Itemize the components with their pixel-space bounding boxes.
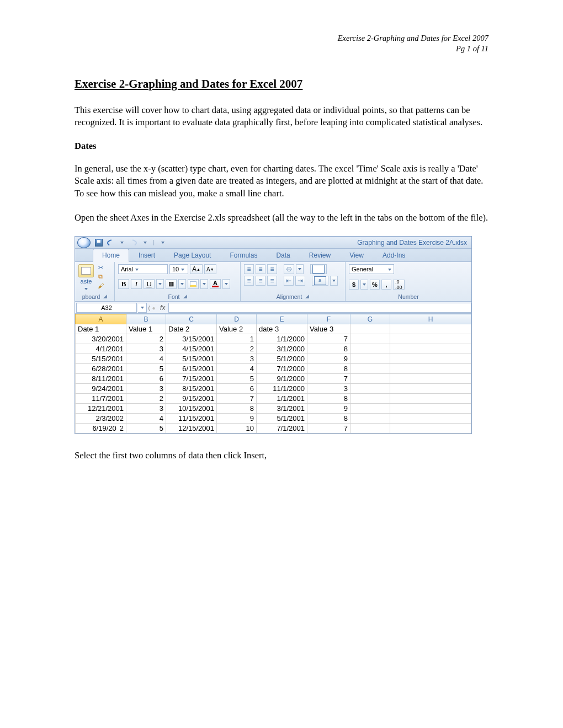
paste-icon[interactable] [78, 264, 94, 277]
tab-add-ins[interactable]: Add-Ins [373, 249, 415, 261]
alignment-dialog-launcher-icon[interactable]: ◢ [305, 293, 309, 300]
italic-button[interactable]: I [131, 279, 142, 289]
fx-label[interactable]: fx [157, 304, 168, 312]
cell[interactable]: 5 [126, 364, 166, 374]
align-left-button[interactable]: ≡ [244, 276, 254, 286]
cell[interactable]: 1/1/2001 [257, 394, 307, 404]
cell[interactable]: 9 [217, 414, 257, 424]
cell[interactable]: 2 [217, 344, 257, 354]
col-header-e[interactable]: E [257, 314, 307, 324]
format-painter-icon[interactable]: 🖌 [96, 282, 105, 289]
font-color-dropdown-icon[interactable] [222, 279, 230, 289]
font-color-button[interactable]: A [210, 279, 221, 289]
cell[interactable]: 12/15/2001 [166, 424, 217, 433]
cell[interactable] [350, 354, 390, 364]
cell[interactable]: 6 [217, 384, 257, 394]
cell[interactable] [390, 414, 471, 424]
align-right-button[interactable]: ≡ [267, 276, 277, 286]
redo-dropdown-icon[interactable] [140, 238, 150, 248]
cell[interactable]: 9/15/2001 [166, 394, 217, 404]
tab-review[interactable]: Review [300, 249, 340, 261]
paste-dropdown-icon[interactable] [84, 285, 88, 292]
cell[interactable]: 4 [217, 364, 257, 374]
cell[interactable] [350, 344, 390, 354]
tab-view[interactable]: View [340, 249, 373, 261]
cell[interactable] [390, 364, 471, 374]
cell[interactable]: Date 2 [166, 324, 217, 334]
col-header-d[interactable]: D [217, 314, 257, 324]
cell[interactable]: 6/15/2001 [166, 364, 217, 374]
cell[interactable]: 1 [217, 334, 257, 344]
cell[interactable]: 6/19/202 [76, 424, 126, 433]
cell[interactable]: 4 [126, 414, 166, 424]
tab-home[interactable]: Home [93, 249, 129, 262]
cell[interactable]: 7/1/2001 [257, 424, 307, 433]
cell[interactable] [390, 354, 471, 364]
cell[interactable]: 9 [307, 404, 350, 414]
cell[interactable]: 3 [217, 354, 257, 364]
cell[interactable]: 10 [217, 424, 257, 433]
cell[interactable]: 7/1/2000 [257, 364, 307, 374]
cell[interactable]: 9 [307, 354, 350, 364]
orientation-dropdown-icon[interactable] [296, 264, 304, 274]
cell[interactable]: 3/20/2001 [76, 334, 126, 344]
cell[interactable]: 5/1/2000 [257, 354, 307, 364]
cell[interactable]: 11/1/2000 [257, 384, 307, 394]
cell[interactable]: 8 [307, 364, 350, 374]
cell[interactable]: 5/1/2001 [257, 414, 307, 424]
align-bottom-button[interactable]: ≡ [267, 264, 277, 274]
cell[interactable]: 11/7/2001 [76, 394, 126, 404]
cell[interactable]: date 3 [257, 324, 307, 334]
cell[interactable]: 9/24/2001 [76, 384, 126, 394]
col-header-a[interactable]: A [76, 314, 126, 324]
shrink-font-button[interactable]: A▼ [204, 264, 216, 274]
name-box-dropdown-icon[interactable] [138, 303, 147, 313]
font-name-dropdown[interactable]: Arial [118, 264, 168, 274]
cell[interactable] [390, 344, 471, 354]
cell[interactable]: 1/1/2000 [257, 334, 307, 344]
cell[interactable] [390, 324, 471, 334]
cell[interactable]: 5 [126, 424, 166, 433]
cell[interactable]: 10/15/2001 [166, 404, 217, 414]
font-dialog-launcher-icon[interactable]: ◢ [183, 293, 187, 300]
cell[interactable]: 8 [307, 414, 350, 424]
save-icon[interactable] [94, 238, 104, 248]
cell[interactable] [350, 324, 390, 334]
bold-button[interactable]: B [118, 279, 129, 289]
col-header-f[interactable]: F [307, 314, 350, 324]
underline-dropdown-icon[interactable] [156, 279, 164, 289]
cell[interactable] [390, 374, 471, 384]
accounting-format-button[interactable]: $ [349, 280, 359, 290]
col-header-b[interactable]: B [126, 314, 166, 324]
underline-button[interactable]: U [144, 279, 155, 289]
percent-style-button[interactable]: % [370, 280, 380, 290]
cell[interactable] [390, 384, 471, 394]
tab-insert[interactable]: Insert [129, 249, 164, 261]
undo-dropdown-icon[interactable] [117, 238, 127, 248]
tab-data[interactable]: Data [267, 249, 299, 261]
cell[interactable]: 5/15/2001 [166, 354, 217, 364]
cell[interactable]: 3/1/2000 [257, 344, 307, 354]
align-center-button[interactable]: ≡ [256, 276, 265, 286]
col-header-c[interactable]: C [166, 314, 217, 324]
cell[interactable]: 5 [217, 374, 257, 384]
font-size-dropdown[interactable]: 10 [169, 264, 188, 274]
cell[interactable]: 3/15/2001 [166, 334, 217, 344]
cell[interactable] [350, 414, 390, 424]
tab-page-layout[interactable]: Page Layout [164, 249, 220, 261]
office-button[interactable] [77, 237, 91, 248]
cell[interactable]: 2 [126, 334, 166, 344]
cell[interactable]: 5/15/2001 [76, 354, 126, 364]
cell[interactable]: 3 [307, 384, 350, 394]
cell[interactable]: 4 [126, 354, 166, 364]
cell[interactable]: 8/11/2001 [76, 374, 126, 384]
number-format-dropdown[interactable]: General [349, 264, 394, 274]
cell[interactable]: 7 [307, 424, 350, 433]
grow-font-button[interactable]: A▲ [190, 264, 203, 274]
fill-color-dropdown-icon[interactable] [200, 279, 208, 289]
cut-icon[interactable]: ✂ [96, 264, 105, 271]
increase-decimal-button[interactable]: .0.00 [393, 280, 405, 290]
cell[interactable]: 3 [126, 384, 166, 394]
paste-label[interactable]: aste [81, 278, 92, 285]
cell[interactable]: Value 3 [307, 324, 350, 334]
